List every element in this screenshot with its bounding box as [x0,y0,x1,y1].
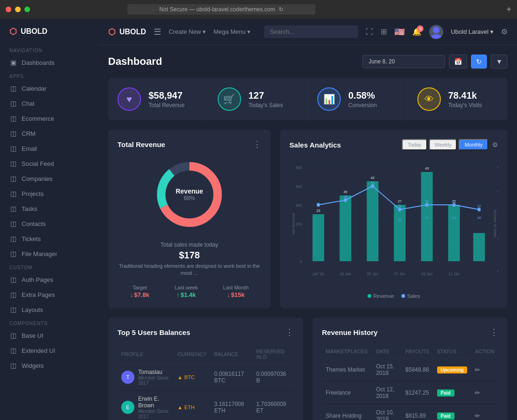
language-flag[interactable]: 🇺🇸 [394,27,405,37]
sidebar-item-auth-pages[interactable]: ◫ Auth Pages [0,272,99,287]
stat-info: $58,947 Total Revenue [149,90,185,109]
settings-icon[interactable]: ⚙ [501,27,508,36]
action-cell[interactable]: ✏ [471,404,498,420]
balance-cell: 0.00816117 BTC [211,364,253,391]
mega-menu-button[interactable]: Mega Menu ▾ [213,28,251,35]
tab-weekly[interactable]: Weekly [429,139,457,150]
reload-icon[interactable]: ↻ [279,6,283,13]
table-row: Share Holding Oct 10, 2018 $815.89 Paid … [322,404,498,420]
svg-text:03 Jan: 03 Jan [340,272,351,277]
revenue-value: $58,947 [149,90,185,101]
sidebar-item-projects[interactable]: ◫ Projects [0,186,99,201]
svg-text:50: 50 [497,165,498,171]
target-label: Target [130,285,149,290]
extra-pages-icon: ◫ [9,291,17,298]
sidebar-item-file-manager[interactable]: ◫ File Manager [0,246,99,261]
table-row: T Tomaslau Member Since 2017 [118,364,294,391]
sidebar-item-ecommerce[interactable]: ◫ Ecommerce [0,111,99,126]
navbar-logo-text: UBOLD [119,28,146,36]
sidebar-item-tasks[interactable]: ◫ Tasks [0,201,99,216]
legend-revenue-label: Revenue [373,293,394,299]
sidebar-item-widgets[interactable]: ◫ Widgets [0,358,99,373]
sidebar-item-extended-ui[interactable]: ◫ Extended UI [0,343,99,358]
social-feed-icon: ◫ [9,160,17,167]
revenue-total-label: Total sales made today [118,241,261,248]
sidebar-item-layouts[interactable]: ◫ Layouts [0,302,99,317]
sidebar-item-extra-pages[interactable]: ◫ Extra Pages [0,287,99,302]
users-table: Profile Currency Balance Reserved in d T [118,345,294,420]
donut-chart-container: Revenue 68% [118,157,261,232]
svg-text:Number of Sales: Number of Sales [493,210,497,238]
sidebar-item-label: Ecommerce [22,115,54,122]
user-profile-cell: E Erwin E. Brown Member Since 2017 [118,391,173,420]
base-ui-icon: ◫ [9,332,17,339]
tab-today[interactable]: Today [402,139,427,150]
sidebar-item-label: Base UI [22,332,43,339]
lastweek-label: Last week [174,285,198,290]
sidebar-item-companies[interactable]: ◫ Companies [0,171,99,186]
action-cell[interactable]: ✏ [471,358,498,381]
edit-button[interactable]: ✏ [475,412,480,420]
new-tab-button[interactable]: + [506,5,511,15]
sidebar-item-calendar[interactable]: ◫ Calendar [0,81,99,96]
sidebar-item-contacts[interactable]: ◫ Contacts [0,216,99,231]
create-new-button[interactable]: Create New ▾ [169,28,206,35]
sidebar-item-label: Email [22,145,37,152]
users-card-title: Top 5 Users Balances [118,328,190,336]
sidebar-item-dashboards[interactable]: ▣ Dashboards [0,55,99,70]
svg-point-33 [398,208,401,211]
metric-target: Target ↓$7.8k [130,285,149,298]
chart-options-icon[interactable]: ⚙ [492,141,498,148]
col-profile: Profile [118,345,173,364]
app-layout: ⬡ UBOLD NAVIGATION ▣ Dashboards APPS ◫ C… [0,19,517,420]
user-avatar[interactable] [429,25,443,39]
users-more-button[interactable]: ⋮ [285,327,294,337]
sales-controls: Today Weekly Monthly ⚙ [402,139,498,150]
calendar-filter-button[interactable]: 📅 [449,54,467,69]
notification-icon[interactable]: 🔔 9 [412,27,422,36]
date-input[interactable] [362,55,445,68]
marketplace-cell: Themes Market [322,358,372,381]
fullscreen-icon[interactable]: ⛶ [366,28,373,36]
window-close[interactable] [6,7,11,12]
rh-more-button[interactable]: ⋮ [490,327,498,337]
projects-icon: ◫ [9,190,17,197]
sidebar-item-crm[interactable]: ◫ CRM [0,126,99,141]
sidebar-item-chat[interactable]: ◫ Chat [0,96,99,111]
sidebar-item-label: Chat [22,100,34,107]
search-input[interactable] [264,25,358,38]
hamburger-menu[interactable]: ☰ [154,27,161,37]
svg-text:0: 0 [497,269,498,274]
edit-button[interactable]: ✏ [475,366,480,373]
url-bar[interactable]: Not Secure — ubold-laravel.coderthemes.c… [127,4,315,15]
grid-view-icon[interactable]: ⊞ [381,27,387,36]
sidebar-item-social-feed[interactable]: ◫ Social Feed [0,156,99,171]
sidebar-item-email[interactable]: ◫ Email [0,141,99,156]
revenue-metrics: Target ↓$7.8k Last week ↑$1.4k [118,285,261,298]
action-cell[interactable]: ✏ [471,381,498,404]
marketplace-cell: Freelance [322,381,372,404]
profile-cell: T Tomaslau Member Since 2017 [121,369,170,386]
filter-dropdown-button[interactable]: ▼ [491,54,508,69]
svg-point-30 [317,203,320,207]
user-name[interactable]: Ubold Laravel ▾ [451,28,494,35]
window-maximize[interactable] [24,7,30,12]
revenue-more-button[interactable]: ⋮ [253,139,261,149]
navbar-right: ⛶ ⊞ 🇺🇸 🔔 9 Ubold Laravel ▾ ⚙ [264,25,508,39]
donut-label: Revenue 68% [176,187,203,202]
window-minimize[interactable] [15,7,21,12]
users-card-header: Top 5 Users Balances ⋮ [118,327,294,337]
filter-active-button[interactable]: ↻ [471,54,487,69]
sales-value: 127 [249,90,283,101]
tab-monthly[interactable]: Monthly [459,139,488,150]
dashboard-icon: ▣ [9,59,17,66]
col-date: Date [372,345,401,358]
sidebar-item-tickets[interactable]: ◫ Tickets [0,231,99,246]
crm-icon: ◫ [9,130,17,137]
svg-rect-26 [394,205,406,261]
sidebar: ⬡ UBOLD NAVIGATION ▣ Dashboards APPS ◫ C… [0,19,99,420]
sidebar-item-base-ui[interactable]: ◫ Base UI [0,328,99,343]
edit-button[interactable]: ✏ [475,389,480,397]
avatar: E [121,401,134,414]
currency-badge: ▲ ETH [177,404,206,410]
